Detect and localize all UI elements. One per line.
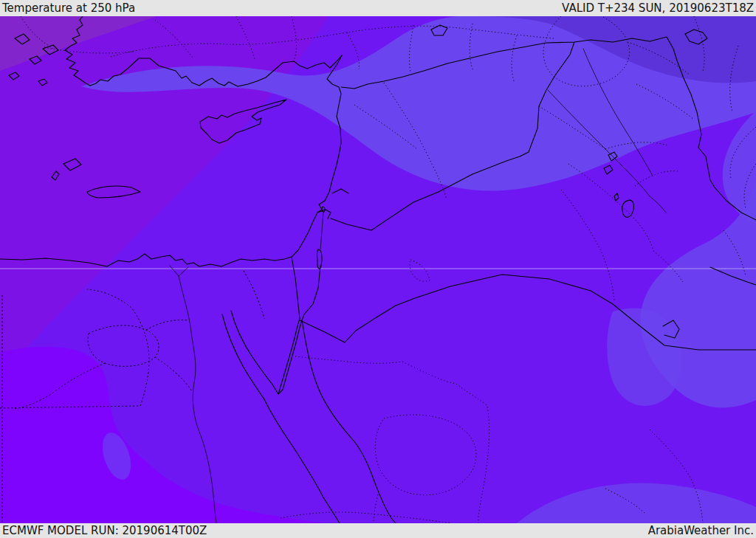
temperature-field <box>0 16 756 523</box>
map-title: Temperature at 250 hPa <box>2 0 135 16</box>
model-run-label: ECMWF MODEL RUN: 20190614T00Z <box>2 523 207 538</box>
bottom-bar: ECMWF MODEL RUN: 20190614T00Z ArabiaWeat… <box>0 523 756 538</box>
top-bar: Temperature at 250 hPa VALID T+234 SUN, … <box>0 0 756 16</box>
map-canvas <box>0 16 756 523</box>
temperature-map-svg <box>0 16 756 523</box>
credit-label: ArabiaWeather Inc. <box>648 523 754 538</box>
weather-map-frame: Temperature at 250 hPa VALID T+234 SUN, … <box>0 0 756 538</box>
valid-time-label: VALID T+234 SUN, 20190623T18Z <box>562 0 754 16</box>
